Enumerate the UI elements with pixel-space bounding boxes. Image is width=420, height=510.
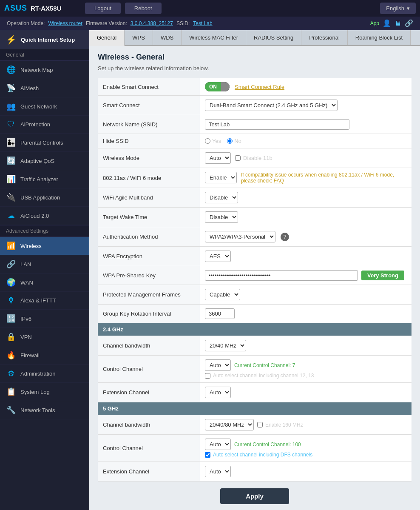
sidebar-parental-controls-label: Parental Controls	[20, 140, 63, 146]
sidebar-item-wireless[interactable]: 📶 Wireless	[0, 237, 89, 255]
wpa-psk-input[interactable]	[205, 270, 358, 281]
sidebar-item-traffic-analyzer[interactable]: 📊 Traffic Analyzer	[0, 170, 89, 188]
traffic-analyzer-icon: 📊	[6, 174, 16, 184]
24ghz-control-channel-select[interactable]: Auto	[205, 359, 231, 371]
5ghz-control-channel-row: Auto Current Control Channel: 100	[205, 439, 406, 450]
sidebar-item-system-log[interactable]: 📋 System Log	[0, 383, 89, 401]
tab-wps[interactable]: WPS	[125, 30, 153, 45]
wireless-mode-row: Auto Disable 11b	[205, 152, 406, 164]
firmware-label: Firmware Version:	[86, 20, 127, 26]
logout-button[interactable]: Logout	[85, 3, 121, 14]
tab-radius-setting[interactable]: RADIUS Setting	[246, 30, 301, 45]
cell-24ghz-channel-bandwidth: 20/40 MHz	[200, 336, 411, 356]
sidebar-item-ipv6[interactable]: 🔢 IPv6	[0, 310, 89, 328]
aimesh-icon: 📡	[6, 83, 16, 93]
advanced-section-label: Advanced Settings	[0, 225, 89, 237]
hide-ssid-no-label[interactable]: No	[227, 138, 241, 144]
parental-controls-icon: 👨‍👧	[6, 138, 16, 147]
sidebar-item-guest-network[interactable]: 👥 Guest Network	[0, 97, 89, 116]
logo-area: ASUS RT-AX58U	[4, 4, 81, 13]
ssid-input[interactable]	[205, 119, 349, 130]
auth-method-select[interactable]: WPA2/WPA3-Personal	[205, 231, 275, 242]
guest-network-icon: 👥	[6, 102, 16, 111]
label-wireless-mode: Wireless Mode	[98, 148, 200, 168]
24ghz-extension-channel-select[interactable]: Auto	[205, 387, 231, 398]
sidebar-traffic-analyzer-label: Traffic Analyzer	[20, 176, 58, 182]
group-key-rotation-input[interactable]	[205, 308, 235, 319]
24ghz-auto-select-checkbox[interactable]	[205, 373, 210, 379]
sidebar-item-adaptive-qos[interactable]: 🔄 Adaptive QoS	[0, 152, 89, 170]
target-wake-time-select[interactable]: Disable	[205, 211, 238, 223]
system-log-icon: 📋	[6, 387, 16, 396]
hide-ssid-yes-label[interactable]: Yes	[205, 138, 221, 144]
reboot-button[interactable]: Reboot	[125, 3, 162, 14]
sidebar-item-parental-controls[interactable]: 👨‍👧 Parental Controls	[0, 134, 89, 152]
quick-setup-icon: ⚡	[6, 34, 17, 45]
sidebar-item-network-tools[interactable]: 🔧 Network Tools	[0, 401, 89, 419]
apply-button[interactable]: Apply	[220, 488, 289, 504]
label-5ghz-extension-channel: Extension Channel	[98, 462, 200, 482]
section-header-24ghz: 2.4 GHz	[98, 323, 411, 336]
sidebar-item-administration[interactable]: ⚙ Administration	[0, 365, 89, 383]
sidebar-item-aiprotection[interactable]: 🛡 AiProtection	[0, 116, 89, 134]
sidebar-item-network-map[interactable]: 🌐 Network Map	[0, 61, 89, 79]
general-section-label: General	[0, 49, 89, 61]
label-target-wake-time: Target Wake Time	[98, 208, 200, 227]
smart-connect-select[interactable]: Dual-Band Smart Connect (2.4 GHz and 5 G…	[205, 100, 338, 111]
smart-connect-toggle[interactable]: ON	[205, 82, 230, 91]
opmode-link[interactable]: Wireless router	[48, 20, 82, 26]
sidebar-item-aimesh[interactable]: 📡 AiMesh	[0, 79, 89, 97]
auth-method-help-icon[interactable]: ?	[281, 233, 289, 241]
wifi-agile-multiband-select[interactable]: Disable	[205, 192, 238, 203]
main-content: General WPS WDS Wireless MAC Filter RADI…	[89, 30, 420, 510]
tab-wireless-mac-filter[interactable]: Wireless MAC Filter	[182, 30, 246, 45]
5ghz-current-channel-label: Current Control Channel: 100	[234, 442, 301, 447]
24ghz-channel-bandwidth-select[interactable]: 20/40 MHz	[205, 340, 246, 351]
logo-asus: ASUS	[4, 4, 27, 13]
5ghz-auto-select-dfs-checkbox[interactable]	[205, 452, 210, 458]
usb-application-icon: 🔌	[6, 193, 16, 202]
firewall-icon: 🔥	[6, 350, 16, 360]
sidebar-vpn-label: VPN	[20, 334, 32, 340]
5ghz-enable-160-checkbox[interactable]	[257, 422, 263, 427]
top-bar: ASUS RT-AX58U Logout Reboot English ▾	[0, 0, 420, 17]
hide-ssid-yes-radio[interactable]	[205, 138, 210, 144]
wifi6-mode-select[interactable]: Enable	[205, 172, 237, 183]
sidebar-item-wan[interactable]: 🌍 WAN	[0, 274, 89, 292]
app-link[interactable]: App	[370, 20, 379, 26]
tab-roaming-block-list[interactable]: Roaming Block List	[348, 30, 411, 45]
5ghz-extension-channel-select[interactable]: Auto	[205, 466, 231, 477]
settings-table: Enable Smart Connect ON Smart Connect Ru…	[98, 78, 411, 482]
tab-general[interactable]: General	[89, 30, 125, 46]
label-hide-ssid: Hide SSID	[98, 134, 200, 148]
sidebar-item-alexa-ifttt[interactable]: 🎙 Alexa & IFTTT	[0, 292, 89, 310]
alexa-icon: 🎙	[6, 296, 16, 305]
cell-group-key-rotation	[200, 305, 411, 323]
smart-connect-rule-link[interactable]: Smart Connect Rule	[235, 84, 284, 90]
disable-11b-checkbox[interactable]	[235, 155, 241, 161]
logo-model: RT-AX58U	[31, 5, 62, 12]
wifi6-faq-link[interactable]: FAQ	[274, 178, 284, 184]
sidebar-item-aicloud-2[interactable]: ☁ AiCloud 2.0	[0, 207, 89, 225]
5ghz-channel-bandwidth-select[interactable]: 20/40/80 MHz	[205, 419, 254, 430]
firmware-link[interactable]: 3.0.0.4.388_25127	[131, 20, 173, 26]
sidebar-item-usb-application[interactable]: 🔌 USB Application	[0, 188, 89, 207]
sidebar-item-firewall[interactable]: 🔥 Firewall	[0, 346, 89, 365]
sidebar-item-lan[interactable]: 🔗 LAN	[0, 255, 89, 274]
protected-mgmt-frames-select[interactable]: Capable	[205, 289, 240, 300]
5ghz-control-channel-select[interactable]: Auto	[205, 439, 231, 450]
tab-professional[interactable]: Professional	[301, 30, 348, 45]
sidebar-ipv6-label: IPv6	[20, 316, 31, 322]
quick-internet-setup[interactable]: ⚡ Quick Internet Setup	[0, 30, 89, 49]
language-button[interactable]: English ▾	[380, 3, 416, 14]
tab-wds[interactable]: WDS	[153, 30, 182, 45]
toggle-handle	[221, 82, 230, 91]
hide-ssid-no-radio[interactable]	[227, 138, 233, 144]
label-5ghz-channel-bandwidth: Channel bandwidth	[98, 415, 200, 435]
row-network-name: Network Name (SSID)	[98, 115, 411, 134]
cell-wpa-encryption: AES	[200, 247, 411, 266]
wireless-mode-select[interactable]: Auto	[205, 152, 231, 164]
sidebar-item-vpn[interactable]: 🔒 VPN	[0, 328, 89, 346]
ssid-link[interactable]: Test Lab	[193, 20, 212, 26]
wpa-encryption-select[interactable]: AES	[205, 251, 231, 262]
